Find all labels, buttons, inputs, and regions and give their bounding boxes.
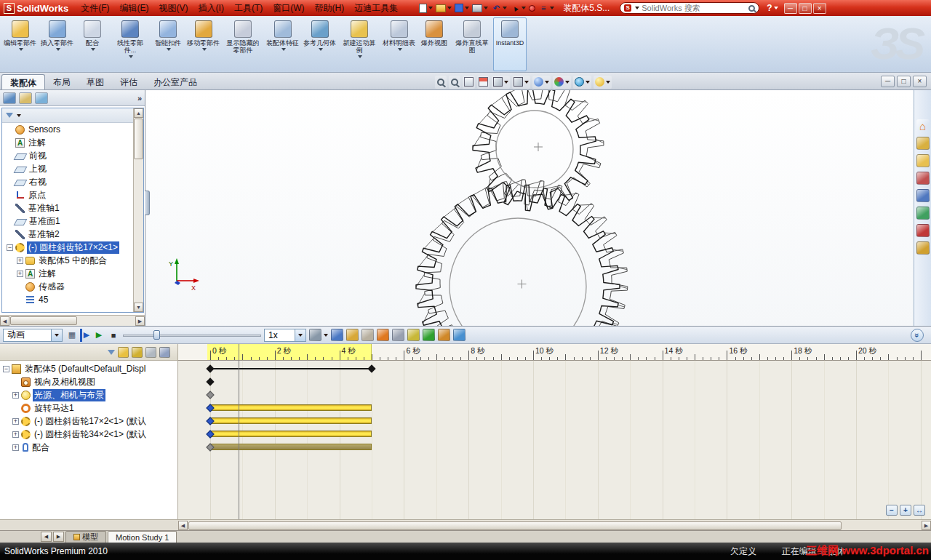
tree-horizontal-scrollbar[interactable]: ◀ ▶: [0, 315, 145, 326]
design-library-icon[interactable]: [916, 137, 930, 150]
timeline-change-bar[interactable]: [210, 431, 372, 437]
filter-animated-icon[interactable]: [118, 347, 129, 358]
menu-item[interactable]: 窗口(W): [268, 0, 309, 17]
expand-toggle[interactable]: +: [12, 431, 19, 438]
results-button[interactable]: [453, 329, 466, 341]
playback-speed-select[interactable]: 1x: [264, 329, 306, 342]
expand-toggle[interactable]: −: [3, 366, 9, 372]
filter-funnel-icon[interactable]: [6, 113, 13, 118]
previous-view-button[interactable]: [463, 76, 475, 89]
scroll-right-button[interactable]: ▶: [135, 316, 145, 326]
feature-tree-item[interactable]: 注解: [2, 136, 135, 149]
helical-gear-34[interactable]: [449, 218, 586, 326]
scroll-up-button[interactable]: ▲: [134, 108, 143, 118]
slider-thumb[interactable]: [153, 330, 160, 340]
view-orientation-button[interactable]: [492, 76, 510, 89]
expand-toggle[interactable]: +: [12, 444, 19, 451]
timeline-ruler[interactable]: 0 秒2 秒4 秒6 秒8 秒10 秒12 秒14 秒16 秒18 秒20 秒: [178, 344, 931, 361]
expand-toggle[interactable]: +: [12, 392, 19, 399]
timeline-horizontal-scrollbar[interactable]: ◀ ▶: [178, 519, 931, 531]
scroll-left-button[interactable]: ◀: [178, 521, 188, 530]
timeline-change-bar[interactable]: [210, 444, 372, 450]
expand-toggle[interactable]: −: [7, 244, 13, 251]
edit-appearance-button[interactable]: [553, 76, 571, 89]
motion-tree-item[interactable]: 视向及相机视图: [0, 375, 178, 388]
stop-button[interactable]: ■: [107, 329, 120, 342]
minimize-button[interactable]: ─: [784, 3, 797, 14]
feature-tree-item[interactable]: +注解: [2, 267, 135, 280]
timeline-zoom-out-button[interactable]: −: [886, 505, 898, 516]
show-hidden-components-button[interactable]: 显示隐藏的零部件: [222, 17, 264, 71]
playback-mode-button[interactable]: [309, 329, 328, 341]
scroll-down-button[interactable]: ▼: [134, 303, 143, 312]
feature-tree-item[interactable]: 前视: [2, 149, 135, 162]
scroll-thumb[interactable]: [10, 316, 77, 325]
filter-driving-icon[interactable]: [132, 347, 143, 358]
options-button[interactable]: ≡: [538, 3, 554, 13]
insert-components-button[interactable]: 插入零部件: [39, 17, 76, 71]
tab-assembly[interactable]: 装配体: [1, 74, 45, 89]
expand-toggle[interactable]: +: [12, 418, 19, 425]
scroll-thumb[interactable]: [188, 521, 842, 530]
new-document-button[interactable]: [419, 4, 433, 13]
timeline-change-bar[interactable]: [210, 417, 372, 424]
feature-tree-item[interactable]: Sensors: [2, 123, 135, 136]
current-time-marker[interactable]: [239, 344, 239, 519]
zoom-fit-button[interactable]: [435, 76, 447, 89]
motion-tree-item[interactable]: +配合: [0, 441, 178, 454]
save-animation-button[interactable]: [331, 329, 343, 341]
menu-item[interactable]: 编辑(E): [115, 0, 154, 17]
doc-minimize-button[interactable]: ─: [881, 76, 895, 87]
motor-button[interactable]: [377, 329, 389, 341]
feature-tree-item[interactable]: −(-) 圆柱斜齿轮17×2<1>: [2, 241, 135, 254]
propertymanager-tab-icon[interactable]: [19, 92, 32, 104]
timeline-change-bar[interactable]: [210, 404, 372, 411]
timeline-zoom-slider[interactable]: [123, 329, 261, 342]
configurationmanager-tab-icon[interactable]: [35, 92, 48, 104]
linear-component-pattern-button[interactable]: 线性零部件...: [109, 17, 151, 71]
menu-item[interactable]: 迈迪工具集: [349, 0, 403, 17]
timeline-grid[interactable]: [178, 361, 931, 519]
study-type-select[interactable]: 动画: [3, 329, 63, 342]
explode-line-sketch-button[interactable]: 爆炸直线草图: [451, 17, 493, 71]
menu-item[interactable]: 视图(V): [154, 0, 193, 17]
hide-show-items-button[interactable]: [532, 76, 551, 89]
tab-scroll-right-button[interactable]: ▶: [53, 532, 64, 542]
menu-item[interactable]: 插入(I): [193, 0, 229, 17]
doc-restore-button[interactable]: □: [897, 76, 911, 87]
search-results-icon[interactable]: [916, 172, 930, 185]
close-button[interactable]: ×: [813, 3, 826, 14]
menu-item[interactable]: 文件(F): [76, 0, 114, 17]
tab-office-products[interactable]: 办公室产品: [145, 74, 205, 89]
search-box[interactable]: S: [620, 2, 759, 14]
scroll-left-button[interactable]: ◀: [0, 316, 9, 326]
feature-tree-item[interactable]: 基准轴1: [2, 201, 135, 215]
tab-evaluate[interactable]: 评估: [112, 74, 145, 89]
play-button[interactable]: ▶: [92, 329, 105, 342]
view-palette-icon[interactable]: [916, 189, 930, 202]
menu-item[interactable]: 帮助(H): [310, 0, 350, 17]
gear-assembly-view[interactable]: YX: [145, 90, 914, 326]
zoom-area-button[interactable]: [449, 76, 460, 89]
filter-funnel-icon[interactable]: [108, 350, 115, 355]
tab-sketch[interactable]: 草图: [79, 74, 112, 89]
key-properties-button[interactable]: [361, 329, 374, 341]
play-from-start-button[interactable]: ▶: [80, 329, 91, 342]
expand-toggle[interactable]: +: [17, 257, 23, 264]
panel-splitter-handle[interactable]: [145, 191, 150, 215]
gravity-button[interactable]: [423, 329, 435, 341]
motion-study-properties-button[interactable]: [438, 329, 450, 341]
edit-component-button[interactable]: 编辑零部件: [1, 17, 39, 71]
section-view-button[interactable]: [477, 76, 490, 89]
menu-item[interactable]: 工具(T): [229, 0, 268, 17]
motion-tree-item[interactable]: +(-) 圆柱斜齿轮17×2<1> (默认: [0, 415, 178, 428]
maximize-button[interactable]: □: [799, 3, 812, 14]
motion-tree-item[interactable]: −装配体5 (Default<Default_Displ: [0, 362, 178, 375]
reference-geometry-button[interactable]: 参考几何体: [301, 17, 338, 71]
filter-selected-icon[interactable]: [145, 347, 156, 358]
spring-button[interactable]: [392, 329, 404, 341]
motion-tree-item[interactable]: +(-) 圆柱斜齿轮34×2<1> (默认: [0, 428, 178, 441]
helical-gear-17[interactable]: [496, 111, 573, 188]
animation-wizard-button[interactable]: [346, 329, 359, 341]
feature-tree-item[interactable]: 基准面1: [2, 215, 135, 228]
